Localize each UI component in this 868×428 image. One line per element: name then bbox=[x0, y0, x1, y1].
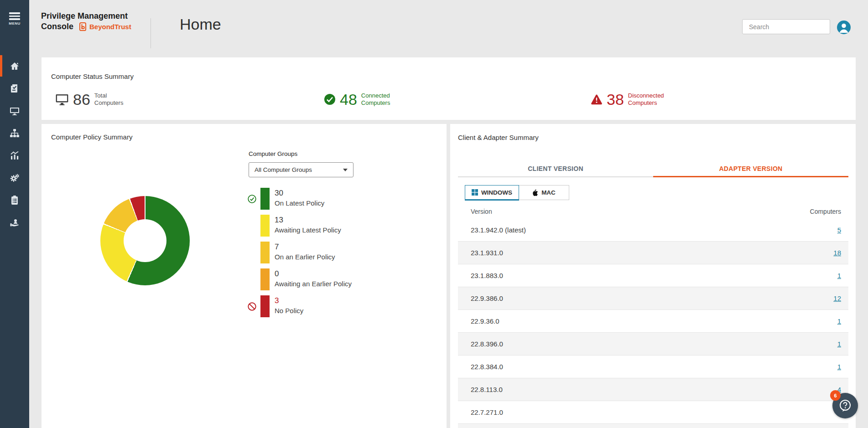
legend-swatch bbox=[260, 268, 270, 290]
apple-icon bbox=[532, 189, 538, 196]
connected-computers-value: 48 bbox=[340, 91, 357, 108]
sitemap-icon bbox=[9, 128, 20, 139]
sidebar-item-computer-groups[interactable] bbox=[0, 122, 29, 144]
warning-icon bbox=[591, 94, 603, 105]
table-row: 22.9.36.0 1 bbox=[458, 310, 848, 333]
computer-status-summary-card: Computer Status Summary 86 Total Compute… bbox=[42, 57, 856, 120]
settings-icon bbox=[9, 172, 20, 183]
connected-computers-stat: 48 Connected Computers bbox=[324, 91, 390, 108]
legend-swatch bbox=[260, 215, 270, 237]
adapter-tabs: CLIENT VERSION ADAPTER VERSION bbox=[458, 160, 848, 177]
legend-swatch bbox=[260, 295, 270, 317]
platform-toggle: WINDOWS MAC bbox=[465, 185, 569, 201]
circled-check-icon bbox=[248, 195, 256, 203]
hamburger-icon bbox=[9, 12, 20, 14]
logo-text: BeyondTrust bbox=[89, 21, 131, 32]
table-row: 22.8.396.0 1 bbox=[458, 333, 848, 356]
table-row: 22.9.386.0 12 bbox=[458, 287, 848, 310]
column-version: Version bbox=[471, 208, 492, 217]
table-row: 22.8.113.0 4 bbox=[458, 378, 848, 401]
menu-label: MENU bbox=[0, 21, 29, 26]
app-brand: Privilege Management Console BeyondTrust bbox=[41, 11, 131, 32]
disconnected-computers-value: 38 bbox=[607, 91, 624, 108]
policy-icon bbox=[9, 83, 20, 94]
table-row bbox=[458, 424, 848, 428]
policy-legend: 30 On Latest Policy 13 Awaiting Latest P… bbox=[248, 188, 352, 322]
computer-groups-value: All Computer Groups bbox=[255, 166, 312, 173]
search-box bbox=[742, 19, 830, 34]
adapter-card-title: Client & Adapter Summary bbox=[458, 134, 539, 141]
table-row: 22.8.384.0 1 bbox=[458, 356, 848, 378]
table-row: 22.7.271.0 1 bbox=[458, 401, 848, 424]
computers-link[interactable]: 1 bbox=[837, 317, 841, 325]
beyondtrust-logo: BeyondTrust bbox=[79, 21, 131, 32]
computers-link[interactable]: 1 bbox=[837, 363, 841, 371]
computer-policy-summary-card: Computer Policy Summary Computer Groups … bbox=[42, 124, 447, 428]
policy-card-title: Computer Policy Summary bbox=[51, 133, 132, 141]
brand-line1: Privilege Management bbox=[41, 11, 131, 21]
page-title: Home bbox=[180, 15, 221, 33]
tab-adapter-version[interactable]: ADAPTER VERSION bbox=[653, 160, 848, 176]
search-input[interactable] bbox=[749, 23, 832, 31]
connected-computers-label: Connected Computers bbox=[361, 92, 390, 107]
total-computers-stat: 86 Total Computers bbox=[55, 91, 123, 108]
sidebar-item-analytics[interactable] bbox=[0, 144, 29, 166]
user-avatar[interactable] bbox=[837, 21, 851, 34]
legend-item-no-policy: 3 No Policy bbox=[248, 295, 352, 317]
check-circle-icon bbox=[324, 93, 336, 105]
sidebar-nav bbox=[0, 55, 29, 233]
analytics-icon bbox=[9, 150, 20, 161]
sidebar-item-policies[interactable] bbox=[0, 77, 29, 99]
page: MENU bbox=[0, 0, 868, 428]
mac-button[interactable]: MAC bbox=[519, 185, 569, 200]
windows-icon bbox=[472, 189, 478, 196]
home-icon bbox=[9, 61, 20, 72]
legend-item-on-latest: 30 On Latest Policy bbox=[248, 188, 352, 210]
support-icon bbox=[9, 217, 20, 228]
computers-link[interactable]: 1 bbox=[837, 340, 841, 348]
beyondtrust-logo-icon bbox=[79, 22, 87, 31]
version-table: 23.1.942.0 (latest) 5 23.1.931.0 18 23.1… bbox=[458, 219, 848, 428]
sidebar-item-configuration[interactable] bbox=[0, 166, 29, 189]
client-adapter-summary-card: Client & Adapter Summary CLIENT VERSION … bbox=[450, 124, 856, 428]
legend-swatch bbox=[260, 188, 270, 210]
tab-client-version[interactable]: CLIENT VERSION bbox=[458, 160, 653, 176]
brand-line2: Console bbox=[41, 21, 73, 32]
legend-swatch bbox=[260, 242, 270, 263]
computers-link[interactable]: 5 bbox=[837, 226, 841, 234]
sidebar-item-computers[interactable] bbox=[0, 99, 29, 122]
computer-groups-label: Computer Groups bbox=[249, 150, 297, 157]
legend-item-awaiting-latest: 13 Awaiting Latest Policy bbox=[248, 215, 352, 237]
chevron-down-icon bbox=[343, 169, 348, 171]
computers-link[interactable]: 1 bbox=[837, 272, 841, 279]
computers-link[interactable]: 18 bbox=[833, 249, 841, 257]
sidebar-item-tasks[interactable] bbox=[0, 189, 29, 211]
windows-button[interactable]: WINDOWS bbox=[465, 185, 519, 201]
user-icon bbox=[837, 21, 851, 34]
help-chat-icon bbox=[838, 399, 852, 413]
legend-item-on-earlier: 7 On an Earlier Policy bbox=[248, 242, 352, 263]
sidebar-item-support[interactable] bbox=[0, 211, 29, 233]
menu-button[interactable]: MENU bbox=[0, 11, 29, 26]
column-computers: Computers bbox=[810, 208, 841, 217]
no-policy-icon bbox=[248, 302, 256, 311]
sidebar-item-home[interactable] bbox=[0, 55, 29, 77]
monitor-icon bbox=[55, 93, 69, 106]
computers-link[interactable]: 12 bbox=[833, 294, 841, 302]
notification-badge[interactable]: 6 bbox=[830, 390, 841, 401]
clipboard-icon bbox=[9, 195, 20, 206]
sidebar: MENU bbox=[0, 0, 29, 428]
disconnected-computers-stat: 38 Disconnected Computers bbox=[591, 91, 664, 108]
computers-icon bbox=[9, 105, 20, 116]
table-row: 23.1.942.0 (latest) 5 bbox=[458, 219, 848, 242]
header-divider bbox=[151, 18, 151, 48]
legend-item-awaiting-earlier: 0 Awaiting an Earlier Policy bbox=[248, 268, 352, 290]
status-card-title: Computer Status Summary bbox=[51, 72, 134, 80]
table-header: Version Computers bbox=[458, 208, 848, 217]
table-row: 23.1.883.0 1 bbox=[458, 264, 848, 287]
policy-donut-hole bbox=[124, 219, 166, 262]
table-row: 23.1.931.0 18 bbox=[458, 242, 848, 264]
computer-groups-dropdown[interactable]: All Computer Groups bbox=[249, 162, 353, 177]
total-computers-value: 86 bbox=[73, 91, 90, 108]
total-computers-label: Total Computers bbox=[94, 92, 124, 107]
